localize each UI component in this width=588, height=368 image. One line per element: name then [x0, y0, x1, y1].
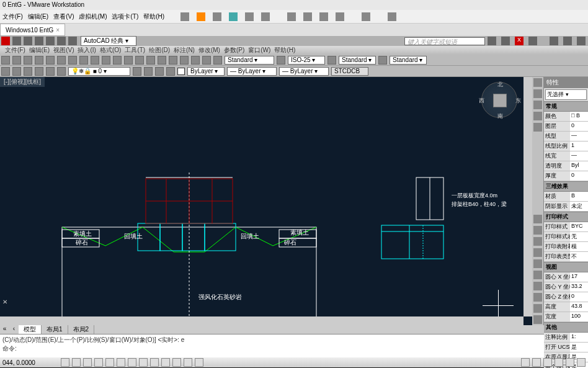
workspace-dropdown[interactable]: AutoCAD 经典 ▾: [81, 36, 136, 46]
sb-right-toggle[interactable]: [532, 358, 541, 367]
layer-props-icon[interactable]: [57, 67, 66, 76]
tb-icon[interactable]: [35, 56, 43, 65]
vmware-unity-icon[interactable]: [303, 12, 312, 21]
acad-menu-modify[interactable]: 修改(M): [198, 46, 220, 55]
rs-icon[interactable]: [533, 226, 542, 235]
minimize-icon[interactable]: [550, 37, 558, 45]
tb-icon[interactable]: [68, 56, 77, 65]
props-value[interactable]: 0: [570, 122, 588, 131]
sb-right-toggle[interactable]: [577, 358, 586, 367]
props-value[interactable]: 100: [570, 312, 588, 321]
viewcube-top-face[interactable]: [493, 94, 507, 107]
infocenter-search-input[interactable]: 键入关键字或短语: [404, 37, 485, 45]
props-value[interactable]: B: [570, 192, 588, 201]
tb-icon[interactable]: [46, 67, 55, 76]
sb-right-toggle[interactable]: [543, 358, 552, 367]
tb-icon[interactable]: [102, 56, 110, 65]
vmware-snapshot-icon[interactable]: [213, 12, 221, 21]
dim-style-icon[interactable]: [277, 56, 285, 65]
vmware-menu-edit[interactable]: 编辑(E): [28, 12, 48, 21]
props-row[interactable]: 打开 UCS是: [544, 343, 588, 352]
props-row[interactable]: 圆心 Z 坐标0: [544, 292, 588, 302]
viewcube-south[interactable]: 南: [497, 112, 503, 120]
tb-icon[interactable]: [113, 56, 122, 65]
props-row[interactable]: 线宽—: [544, 151, 588, 161]
props-value[interactable]: 未定: [570, 202, 588, 211]
props-value[interactable]: 43.8: [570, 302, 588, 312]
props-row[interactable]: 注释比例1:: [544, 333, 588, 343]
redo-icon[interactable]: [68, 37, 77, 45]
vmware-menu-help[interactable]: 帮助(H): [143, 12, 164, 21]
vmware-vm-tab[interactable]: Windows10 EntG ×: [0, 24, 65, 36]
pan-icon[interactable]: [533, 89, 542, 98]
tb-icon[interactable]: [91, 56, 99, 65]
text-style-dropdown[interactable]: Standard ▾: [225, 56, 274, 65]
props-value[interactable]: 1:: [570, 333, 588, 342]
help-icon[interactable]: [528, 37, 537, 45]
tb-icon[interactable]: [35, 67, 43, 76]
props-row[interactable]: 打印样式BYC: [544, 222, 588, 232]
acad-menu-draw[interactable]: 绘图(D): [149, 46, 170, 55]
vmware-tb-icon[interactable]: [362, 12, 370, 21]
tb-icon[interactable]: [79, 56, 88, 65]
close-icon[interactable]: ×: [56, 27, 60, 34]
vmware-power-icon[interactable]: [180, 12, 189, 21]
tb-icon[interactable]: [1, 56, 10, 65]
ortho-toggle[interactable]: [83, 358, 92, 367]
props-row[interactable]: 颜色□ B: [544, 112, 588, 122]
props-row[interactable]: 线型比例1: [544, 141, 588, 151]
rs-icon[interactable]: [533, 304, 542, 313]
sb-toggle[interactable]: [195, 358, 203, 367]
sb-toggle[interactable]: [128, 358, 136, 367]
props-section-header[interactable]: 其他: [544, 322, 588, 333]
tb-icon[interactable]: [155, 67, 164, 76]
tab-model[interactable]: 模型: [19, 325, 42, 334]
acad-menu-format[interactable]: 格式(O): [100, 46, 121, 55]
vmware-menu-view[interactable]: 查看(V): [53, 12, 74, 21]
props-row[interactable]: 打印表附着到模: [544, 242, 588, 252]
props-section-header[interactable]: 常规: [544, 101, 588, 112]
lineweight-dropdown[interactable]: — ByLayer ▾: [279, 67, 329, 76]
tab-nav-first-icon[interactable]: «: [0, 325, 9, 334]
tb-icon[interactable]: [133, 67, 141, 76]
grid-toggle[interactable]: [72, 358, 81, 367]
exchange-icon[interactable]: X: [515, 37, 523, 45]
tb-icon[interactable]: [24, 56, 32, 65]
props-value[interactable]: BYC: [570, 222, 588, 231]
horizontal-scrollbar[interactable]: [0, 316, 523, 325]
acad-menu-view[interactable]: 视图(V): [53, 46, 74, 55]
properties-selector-dropdown[interactable]: 无选择 ▾: [545, 89, 587, 100]
acad-app-button[interactable]: [1, 37, 10, 45]
props-section-header[interactable]: 打印样式: [544, 212, 588, 222]
viewcube-north[interactable]: 北: [497, 81, 503, 89]
ml-style-icon[interactable]: [378, 56, 387, 65]
rs-icon[interactable]: [533, 315, 542, 324]
color-swatch[interactable]: [177, 68, 185, 75]
tb-icon[interactable]: [12, 67, 21, 76]
props-row[interactable]: 圆心 Y 坐标33.2: [544, 282, 588, 292]
props-value[interactable]: □ B: [570, 112, 588, 121]
saveas-icon[interactable]: [46, 37, 55, 45]
props-section-header[interactable]: 视图: [544, 262, 588, 272]
props-value[interactable]: 无: [570, 232, 588, 241]
tb-icon[interactable]: [191, 56, 200, 65]
vmware-menu-vm[interactable]: 虚拟机(M): [79, 12, 107, 21]
props-value[interactable]: —: [570, 151, 588, 161]
acad-menu-file[interactable]: 文件(F): [5, 46, 25, 55]
search-icon[interactable]: [488, 37, 496, 45]
props-row[interactable]: 线型—: [544, 132, 588, 141]
props-row[interactable]: 材质B: [544, 192, 588, 202]
rs-icon[interactable]: [533, 259, 542, 268]
sb-toggle[interactable]: [150, 358, 159, 367]
vmware-menu-tabs[interactable]: 选项卡(T): [112, 12, 138, 21]
acad-menu-tools[interactable]: 工具(T): [125, 46, 145, 55]
dim-style-dropdown[interactable]: ISO-25 ▾: [288, 56, 325, 65]
text-style-icon[interactable]: [213, 56, 222, 65]
snap-toggle[interactable]: [61, 358, 69, 367]
props-value[interactable]: 0: [570, 171, 588, 181]
props-value[interactable]: 是: [570, 343, 588, 352]
tb-icon[interactable]: [180, 56, 189, 65]
sb-toggle[interactable]: [161, 358, 170, 367]
table-style-dropdown[interactable]: Standard ▾: [339, 56, 376, 65]
props-value[interactable]: 不: [570, 252, 588, 261]
